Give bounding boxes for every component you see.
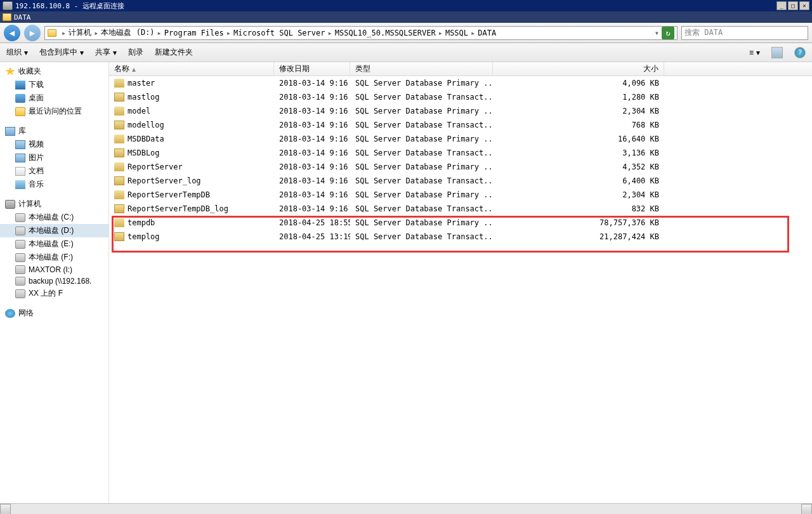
sidebar-item-label: 下载 [29, 79, 44, 90]
file-row[interactable]: ReportServer2018-03-14 9:16SQL Server Da… [109, 160, 812, 174]
sidebar-item[interactable]: 最近访问的位置 [0, 105, 108, 118]
sidebar-item[interactable]: 图片 [0, 151, 108, 164]
col-name[interactable]: 名称 ▴ [109, 62, 274, 76]
file-row[interactable]: templog2018-04-25 13:19SQL Server Databa… [109, 230, 812, 244]
file-icon [114, 232, 124, 241]
sidebar-item[interactable]: 本地磁盘 (E:) [0, 237, 108, 251]
drive-icon [15, 213, 25, 222]
sidebar-item-label: 音乐 [29, 179, 44, 190]
sidebar-item[interactable]: 桌面 [0, 91, 108, 105]
sidebar-item-label: 视频 [29, 139, 44, 150]
file-row[interactable]: mastlog2018-03-14 9:16SQL Server Databas… [109, 90, 812, 104]
burn-button[interactable]: 刻录 [128, 47, 143, 58]
preview-pane-button[interactable] [771, 47, 783, 58]
file-size: 768 KB [493, 121, 664, 129]
sidebar-item[interactable]: MAXTOR (I:) [0, 264, 108, 275]
file-icon [114, 162, 124, 171]
sidebar-item-label: 本地磁盘 (E:) [29, 239, 74, 249]
col-type[interactable]: 类型 [350, 62, 493, 76]
rdp-title: 192.168.100.8 - 远程桌面连接 [15, 1, 124, 11]
file-row[interactable]: MSDBData2018-03-14 9:16SQL Server Databa… [109, 132, 812, 146]
file-row[interactable]: modellog2018-03-14 9:16SQL Server Databa… [109, 118, 812, 132]
view-options-button[interactable]: ≡ ▾ [749, 48, 760, 57]
breadcrumb[interactable]: ▸ 计算机 ▸ 本地磁盘 (D:) ▸ Program Files ▸ Micr… [44, 26, 678, 40]
sidebar-item[interactable]: 下载 [0, 78, 108, 91]
organize-button[interactable]: 组织 ▾ [6, 47, 28, 58]
sidebar-computer-header[interactable]: 计算机 [0, 197, 108, 211]
sidebar-item-label: 文档 [29, 166, 44, 176]
star-icon [5, 67, 15, 76]
include-library-button[interactable]: 包含到库中 ▾ [39, 47, 84, 58]
chevron-down-icon: ▾ [24, 48, 28, 57]
horizontal-scrollbar[interactable] [0, 503, 812, 514]
chevron-down-icon: ▾ [80, 48, 84, 57]
folder-icon [48, 29, 56, 37]
rdp-icon [3, 1, 13, 10]
sidebar-item[interactable]: 本地磁盘 (D:) [0, 224, 108, 237]
sort-asc-icon: ▴ [132, 65, 136, 74]
main-area: 收藏夹 下载桌面最近访问的位置 库 视频图片文档音乐 计算机 本地磁盘 (C:)… [0, 62, 812, 503]
file-row[interactable]: ReportServerTempDB_log2018-03-14 9:16SQL… [109, 202, 812, 216]
crumb-6[interactable]: DATA [478, 29, 496, 37]
sidebar-item[interactable]: 音乐 [0, 178, 108, 191]
file-row[interactable]: model2018-03-14 9:16SQL Server Database … [109, 104, 812, 118]
file-size: 2,304 KB [493, 107, 664, 115]
sidebar-item[interactable]: 本地磁盘 (F:) [0, 251, 108, 264]
minimize-button[interactable]: _ [776, 1, 787, 10]
breadcrumb-dropdown-icon[interactable]: ▾ [655, 29, 659, 37]
refresh-button[interactable]: ↻ [662, 27, 674, 39]
file-row[interactable]: ReportServer_log2018-03-14 9:16SQL Serve… [109, 174, 812, 188]
music-icon [15, 180, 25, 189]
sidebar-item[interactable]: 本地磁盘 (C:) [0, 211, 108, 224]
file-name: tempdb [128, 218, 155, 227]
crumb-1[interactable]: 本地磁盘 (D:) [101, 27, 154, 38]
sidebar-favorites-header[interactable]: 收藏夹 [0, 65, 108, 78]
file-icon [114, 218, 124, 227]
crumb-2[interactable]: Program Files [164, 29, 224, 37]
file-name: ReportServer [128, 162, 183, 171]
file-date: 2018-03-14 9:16 [274, 162, 350, 171]
file-row[interactable]: ReportServerTempDB2018-03-14 9:16SQL Ser… [109, 188, 812, 202]
explorer-titlebar: DATA [0, 11, 812, 23]
chevron-down-icon: ▾ [756, 48, 760, 57]
help-button[interactable]: ? [794, 47, 806, 58]
scroll-left-button[interactable] [0, 504, 11, 514]
file-icon [114, 176, 124, 185]
download-icon [15, 81, 25, 89]
file-type: SQL Server Database Primary ... [350, 162, 493, 171]
scroll-right-button[interactable] [801, 504, 812, 514]
share-button[interactable]: 共享 ▾ [95, 47, 117, 58]
sidebar-network-header[interactable]: 网络 [0, 306, 108, 320]
file-type: SQL Server Database Transact... [350, 204, 493, 213]
crumb-root[interactable]: 计算机 [69, 27, 91, 38]
file-size: 1,280 KB [493, 93, 664, 102]
toolbar: 组织 ▾ 包含到库中 ▾ 共享 ▾ 刻录 新建文件夹 ≡ ▾ ? [0, 43, 812, 62]
crumb-3[interactable]: Microsoft SQL Server [233, 29, 325, 37]
file-row[interactable]: tempdb2018-04-25 18:55SQL Server Databas… [109, 216, 812, 230]
new-folder-button[interactable]: 新建文件夹 [155, 47, 193, 58]
file-type: SQL Server Database Transact... [350, 176, 493, 185]
back-button[interactable]: ◄ [4, 25, 20, 41]
sidebar-item[interactable]: backup (\\192.168. [0, 275, 108, 287]
sidebar-item[interactable]: 视频 [0, 138, 108, 151]
sidebar-item[interactable]: 文档 [0, 164, 108, 178]
library-icon [5, 127, 15, 136]
crumb-5[interactable]: MSSQL [445, 29, 468, 37]
maximize-button[interactable]: □ [788, 1, 798, 10]
forward-button[interactable]: ► [24, 25, 41, 41]
file-size: 21,287,424 KB [493, 232, 664, 241]
search-placeholder: 搜索 DATA [684, 27, 723, 38]
sidebar-item[interactable]: XX 上的 F [0, 287, 108, 300]
file-type: SQL Server Database Transact... [350, 121, 493, 129]
file-name: ReportServer_log [128, 176, 201, 185]
file-name: ReportServerTempDB_log [128, 204, 228, 213]
sidebar-libraries-header[interactable]: 库 [0, 124, 108, 138]
file-row[interactable]: MSDBLog2018-03-14 9:16SQL Server Databas… [109, 146, 812, 160]
file-name: model [128, 107, 150, 115]
search-input[interactable]: 搜索 DATA [681, 26, 808, 40]
col-date[interactable]: 修改日期 [274, 62, 350, 76]
crumb-4[interactable]: MSSQL10_50.MSSQLSERVER [335, 29, 436, 37]
file-row[interactable]: master2018-03-14 9:16SQL Server Database… [109, 76, 812, 90]
close-button[interactable]: × [799, 1, 809, 10]
col-size[interactable]: 大小 [493, 62, 664, 76]
